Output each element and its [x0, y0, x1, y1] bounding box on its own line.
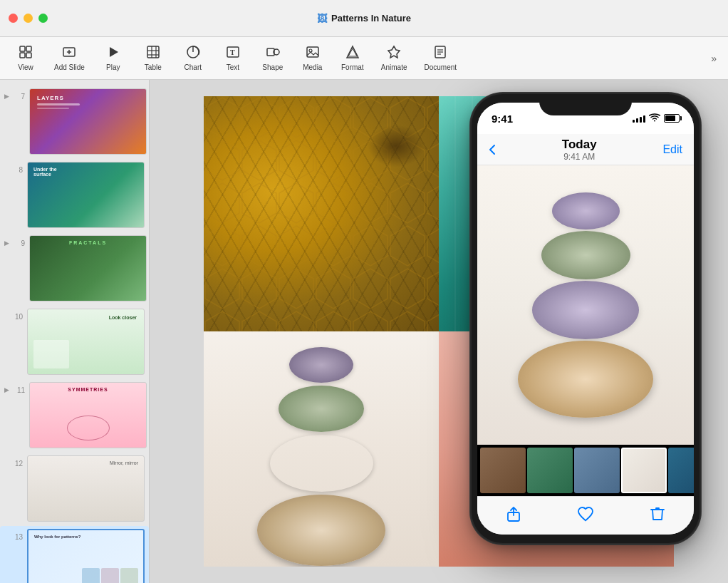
format-icon	[345, 45, 360, 61]
iphone-urchin-1	[552, 192, 620, 229]
battery-fill	[665, 115, 675, 121]
shape-icon	[266, 45, 280, 61]
slide-number-8: 8	[11, 162, 23, 174]
iphone-photo-area	[477, 165, 694, 445]
svg-rect-18	[307, 47, 318, 57]
iphone-share-button[interactable]	[505, 505, 522, 527]
toolbar-shape[interactable]: Shape	[254, 41, 291, 76]
shape-label: Shape	[262, 63, 283, 71]
chart-icon	[186, 45, 200, 61]
honeycomb-bee-image	[204, 96, 439, 331]
iphone-urchin-3	[532, 281, 639, 339]
toolbar-play[interactable]: Play	[95, 41, 132, 76]
iphone-urchin-2	[541, 231, 630, 279]
toolbar-table[interactable]: Table	[135, 41, 172, 76]
slide-number-10: 10	[11, 309, 23, 321]
battery-icon	[664, 114, 680, 123]
table-label: Table	[145, 63, 162, 71]
iphone-notch	[539, 94, 632, 115]
signal-bar-1	[633, 120, 635, 123]
slide-item-9[interactable]: ▶ 9 FRACTALS	[0, 232, 149, 304]
iphone-nav-subtitle: 9:41 AM	[562, 152, 597, 162]
slide-number-11: 11	[14, 382, 25, 394]
toolbar-text[interactable]: T Text	[214, 41, 251, 76]
signal-bar-2	[636, 118, 638, 123]
document-icon	[433, 45, 447, 61]
slide-number-13: 13	[11, 529, 23, 541]
slide-item-7[interactable]: ▶ 7 LAYERS	[0, 86, 149, 158]
text-icon: T	[226, 45, 240, 61]
honeycomb-pattern	[204, 96, 439, 331]
toolbar-animate[interactable]: Animate	[374, 41, 415, 76]
window-controls	[9, 14, 48, 23]
signal-bar-3	[640, 117, 642, 123]
svg-marker-7	[110, 47, 118, 57]
view-icon	[19, 45, 33, 61]
svg-rect-8	[147, 46, 159, 58]
main-area: ▶ 7 LAYERS 8 Under thesurface ▶	[0, 80, 728, 583]
add-slide-label: Add Slide	[54, 63, 85, 71]
thumb-strip-item-3[interactable]	[574, 448, 620, 493]
wifi-icon	[649, 113, 660, 124]
minimize-button[interactable]	[24, 14, 33, 23]
slide-number-7: 7	[14, 88, 25, 100]
toolbar-document[interactable]: Document	[417, 41, 464, 76]
maximize-button[interactable]	[38, 14, 48, 23]
svg-rect-2	[20, 53, 25, 58]
iphone-delete-button[interactable]	[649, 505, 666, 527]
status-icons	[633, 113, 680, 124]
slide-thumb-10: Look closer	[27, 309, 145, 375]
svg-marker-22	[388, 46, 400, 58]
iphone-back-button[interactable]	[489, 144, 496, 155]
thumb-strip-item-5[interactable]	[668, 448, 694, 493]
urchin-top	[289, 347, 353, 383]
text-label: Text	[227, 63, 239, 71]
table-icon	[146, 45, 160, 61]
slide-number-12: 12	[11, 455, 23, 468]
close-button[interactable]	[9, 14, 18, 23]
slide-9-title-label: FRACTALS	[69, 240, 107, 245]
toolbar-overflow[interactable]: »	[707, 50, 721, 67]
toolbar-chart[interactable]: Chart	[175, 41, 212, 76]
iphone-frame: 9:41	[472, 94, 700, 543]
iphone-nav-title: Today	[562, 138, 597, 152]
urchin-third	[270, 435, 373, 492]
app-icon: 🖼	[317, 13, 327, 24]
slide-thumb-12: Mirror, mirror	[27, 455, 145, 522]
media-label: Media	[303, 63, 322, 71]
slide-13-title-label: Why look for patterns?	[34, 535, 80, 539]
add-slide-icon	[62, 45, 76, 61]
svg-rect-0	[20, 46, 25, 51]
slide-item-10[interactable]: 10 Look closer	[0, 306, 149, 378]
iphone-screen: 9:41	[477, 103, 694, 535]
iphone-urchin-stack	[518, 192, 653, 418]
iphone-nav-bar: Today 9:41 AM Edit	[477, 134, 694, 165]
animate-label: Animate	[381, 63, 407, 71]
toolbar-add-slide[interactable]: Add Slide	[47, 41, 92, 76]
toolbar-view[interactable]: View	[7, 41, 44, 76]
slide-thumb-7: LAYERS	[29, 88, 147, 155]
urchin-stack-container	[257, 347, 385, 566]
iphone-edit-button[interactable]: Edit	[662, 143, 682, 156]
iphone-like-button[interactable]	[577, 505, 594, 527]
urchin-second	[279, 386, 364, 432]
slide-thumb-8: Under thesurface	[27, 162, 145, 228]
thumb-strip-item-4[interactable]	[621, 448, 667, 493]
thumb-strip-item-1[interactable]	[480, 448, 526, 493]
toolbar-media[interactable]: Media	[294, 41, 331, 76]
slide-item-8[interactable]: 8 Under thesurface	[0, 159, 149, 231]
iphone-bottom-bar	[477, 496, 694, 535]
document-label: Document	[425, 63, 457, 71]
toolbar-format[interactable]: Format	[334, 41, 371, 76]
slide-panel: ▶ 7 LAYERS 8 Under thesurface ▶	[0, 80, 150, 583]
slide-item-12[interactable]: 12 Mirror, mirror	[0, 453, 149, 525]
window-title: Patterns In Nature	[331, 13, 411, 24]
iphone-urchin-display	[477, 165, 694, 445]
thumb-strip-item-2[interactable]	[527, 448, 573, 493]
slide-item-11[interactable]: ▶ 11 SYMMETRIES	[0, 379, 149, 451]
media-icon	[306, 45, 320, 61]
iphone-device: 9:41	[472, 94, 700, 543]
slide-item-13[interactable]: 13 Why look for patterns?	[0, 526, 149, 583]
slide-number-9: 9	[14, 235, 25, 247]
urchin-stack	[204, 331, 439, 567]
